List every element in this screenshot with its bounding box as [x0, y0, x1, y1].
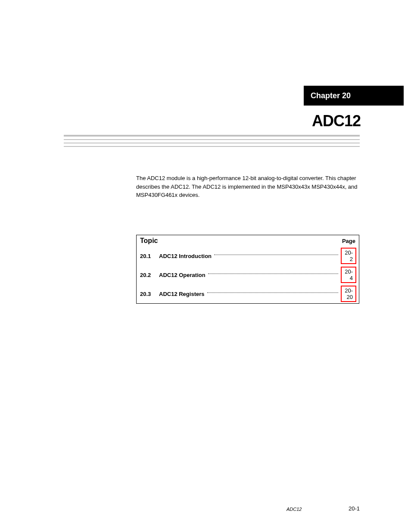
toc-row: 20.2 ADC12 Operation 20-4	[137, 265, 359, 284]
chapter-tab: Chapter 20	[304, 86, 404, 106]
rule	[64, 135, 360, 137]
chapter-title: ADC12	[312, 112, 361, 130]
chapter-label: Chapter 20	[311, 91, 351, 100]
rule	[64, 139, 360, 140]
toc-page-link[interactable]: 20-20	[341, 286, 356, 302]
toc-num: 20.2	[140, 272, 159, 278]
toc-num: 20.1	[140, 253, 159, 259]
rule	[64, 143, 360, 143]
dots	[207, 292, 339, 293]
footer-page: 20-1	[349, 505, 360, 512]
dots	[214, 255, 338, 255]
intro-paragraph: The ADC12 module is a high-performance 1…	[136, 174, 360, 199]
toc-page-link[interactable]: 20-2	[341, 248, 356, 264]
toc-title: ADC12 Operation	[159, 272, 206, 278]
toc-title: ADC12 Registers	[159, 291, 205, 297]
toc-row: 20.1 ADC12 Introduction 20-2	[137, 246, 359, 265]
topic-table: Topic Page 20.1 ADC12 Introduction 20-2 …	[136, 235, 359, 304]
topic-header-row: Topic Page	[137, 235, 359, 246]
rule	[64, 146, 360, 147]
toc-page-link[interactable]: 20-4	[341, 267, 356, 283]
footer-label: ADC12	[286, 507, 302, 512]
rule-container	[64, 135, 360, 149]
toc-num: 20.3	[140, 291, 159, 297]
topic-header-label: Topic	[140, 237, 159, 245]
toc-title: ADC12 Introduction	[159, 253, 212, 259]
dots	[208, 274, 338, 274]
intro-text: The ADC12 module is a high-performance 1…	[136, 174, 360, 208]
page-header-label: Page	[342, 238, 355, 244]
toc-row: 20.3 ADC12 Registers 20-20	[137, 284, 359, 303]
